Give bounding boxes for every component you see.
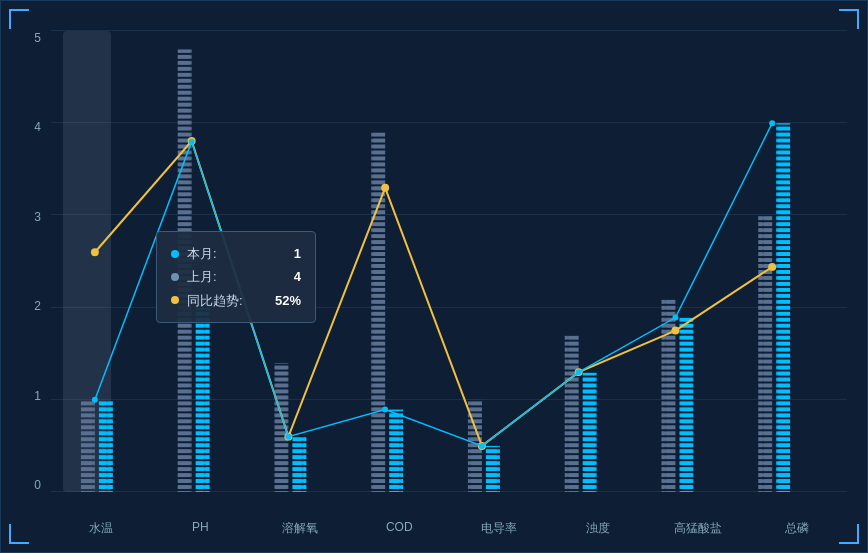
line-dot-3 — [381, 184, 389, 192]
bar-溶解氧-本月 — [292, 437, 306, 492]
corner-decoration-tr — [839, 9, 859, 29]
corner-decoration-bl — [9, 524, 29, 544]
tooltip-value-上月: 4 — [294, 265, 301, 288]
tooltip-row-同比: 同比趋势: 52% — [171, 289, 301, 312]
current-dot-0 — [92, 397, 98, 403]
bar-总磷-上月 — [758, 215, 772, 492]
corner-decoration-tl — [9, 9, 29, 29]
x-label-水温: 水温 — [61, 520, 141, 537]
bar-浊度-本月 — [583, 373, 597, 492]
tooltip-label-上月: 上月: — [187, 265, 286, 288]
x-label-溶解氧: 溶解氧 — [260, 520, 340, 537]
bar-高猛-本月 — [679, 318, 693, 492]
bar-PH-本月 — [196, 308, 210, 492]
y-label-5: 5 — [34, 31, 46, 45]
bar-水温-上月 — [81, 400, 95, 492]
bar-浊度-上月 — [565, 335, 579, 492]
x-label-PH: PH — [160, 520, 240, 537]
x-axis: 水温 PH 溶解氧 COD 电导率 浊度 高猛酸盐 总磷 — [51, 520, 847, 537]
tooltip-row-本月: 本月: 1 — [171, 242, 301, 265]
tooltip-value-同比: 52% — [275, 289, 301, 312]
current-dot-2 — [285, 434, 291, 440]
current-dot-7 — [769, 120, 775, 126]
bar-COD-本月 — [389, 410, 403, 492]
y-label-4: 4 — [34, 120, 46, 134]
current-dot-1 — [189, 139, 195, 145]
tooltip-dot-上月 — [171, 273, 179, 281]
y-label-3: 3 — [34, 210, 46, 224]
tooltip-dot-本月 — [171, 250, 179, 258]
tooltip: 本月: 1 上月: 4 同比趋势: 52% — [156, 231, 316, 323]
chart-container: 5 4 3 2 1 0 /* manual rects */ — [0, 0, 868, 553]
y-axis: 5 4 3 2 1 0 — [11, 31, 46, 492]
bar-水温-本月 — [99, 400, 113, 492]
tooltip-value-本月: 1 — [294, 242, 301, 265]
bar-总磷-本月 — [776, 123, 790, 492]
tooltip-row-上月: 上月: 4 — [171, 265, 301, 288]
x-label-COD: COD — [359, 520, 439, 537]
current-dot-6 — [672, 315, 678, 321]
current-dot-3 — [382, 407, 388, 413]
tooltip-label-本月: 本月: — [187, 242, 286, 265]
current-dot-5 — [576, 369, 582, 375]
line-dot-7 — [768, 263, 776, 271]
tooltip-label-同比: 同比趋势: — [187, 289, 267, 312]
x-label-浊度: 浊度 — [558, 520, 638, 537]
current-dot-4 — [479, 443, 485, 449]
line-dot-6 — [671, 327, 679, 335]
x-label-高猛酸盐: 高猛酸盐 — [658, 520, 738, 537]
y-label-2: 2 — [34, 299, 46, 313]
y-label-1: 1 — [34, 389, 46, 403]
line-dot-0 — [91, 248, 99, 256]
x-label-总磷: 总磷 — [757, 520, 837, 537]
tooltip-dot-同比 — [171, 296, 179, 304]
bar-电导率-本月 — [486, 446, 500, 492]
x-label-电导率: 电导率 — [459, 520, 539, 537]
y-label-0: 0 — [34, 478, 46, 492]
